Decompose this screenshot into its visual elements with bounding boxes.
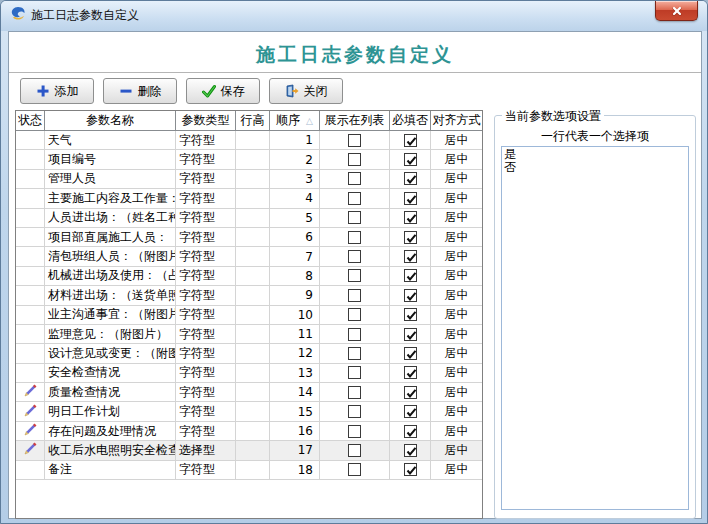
order-cell[interactable]: 3: [270, 170, 320, 189]
align-cell[interactable]: 居中: [431, 286, 483, 305]
checkbox-unchecked[interactable]: [348, 463, 361, 476]
table-row[interactable]: 主要施工内容及工作量：字符型4居中: [16, 189, 482, 208]
required-cell[interactable]: [390, 209, 431, 228]
checkbox-checked[interactable]: [404, 250, 417, 263]
required-cell[interactable]: [390, 461, 431, 480]
param-type-cell[interactable]: 字符型: [176, 228, 236, 247]
param-type-cell[interactable]: 字符型: [176, 150, 236, 169]
required-cell[interactable]: [390, 150, 431, 169]
order-cell[interactable]: 9: [270, 286, 320, 305]
param-name-cell[interactable]: 材料进出场：（送货单照: [45, 286, 176, 305]
checkbox-checked[interactable]: [404, 463, 417, 476]
required-cell[interactable]: [390, 189, 431, 208]
checkbox-checked[interactable]: [404, 134, 417, 147]
required-cell[interactable]: [390, 286, 431, 305]
order-cell[interactable]: 14: [270, 383, 320, 402]
param-type-cell[interactable]: 字符型: [176, 461, 236, 480]
table-row[interactable]: 项目编号字符型2居中: [16, 150, 482, 169]
param-type-cell[interactable]: 字符型: [176, 209, 236, 228]
param-name-cell[interactable]: 项目部直属施工人员：: [45, 228, 176, 247]
table-row[interactable]: 设计意见或变更：（附图字符型12居中: [16, 344, 482, 363]
show-in-list-cell[interactable]: [320, 364, 390, 383]
row-height-cell[interactable]: [236, 209, 270, 228]
param-type-cell[interactable]: 字符型: [176, 247, 236, 266]
order-cell[interactable]: 8: [270, 267, 320, 286]
order-cell[interactable]: 2: [270, 150, 320, 169]
checkbox-unchecked[interactable]: [348, 172, 361, 185]
table-row[interactable]: 清包班组人员：（附图片字符型7居中: [16, 247, 482, 266]
checkbox-checked[interactable]: [404, 211, 417, 224]
checkbox-checked[interactable]: [404, 308, 417, 321]
order-cell[interactable]: 11: [270, 325, 320, 344]
show-in-list-cell[interactable]: [320, 325, 390, 344]
order-cell[interactable]: 5: [270, 209, 320, 228]
checkbox-unchecked[interactable]: [348, 289, 361, 302]
show-in-list-cell[interactable]: [320, 189, 390, 208]
param-name-cell[interactable]: 主要施工内容及工作量：: [45, 189, 176, 208]
row-height-cell[interactable]: [236, 364, 270, 383]
align-cell[interactable]: 居中: [431, 189, 483, 208]
param-name-cell[interactable]: 存在问题及处理情况: [45, 422, 176, 441]
add-button[interactable]: 添加: [20, 78, 94, 104]
row-height-cell[interactable]: [236, 150, 270, 169]
show-in-list-cell[interactable]: [320, 306, 390, 325]
align-cell[interactable]: 居中: [431, 383, 483, 402]
align-cell[interactable]: 居中: [431, 170, 483, 189]
checkbox-checked[interactable]: [404, 366, 417, 379]
checkbox-unchecked[interactable]: [348, 386, 361, 399]
checkbox-unchecked[interactable]: [348, 211, 361, 224]
checkbox-checked[interactable]: [404, 192, 417, 205]
show-in-list-cell[interactable]: [320, 461, 390, 480]
checkbox-unchecked[interactable]: [348, 425, 361, 438]
show-in-list-cell[interactable]: [320, 209, 390, 228]
param-name-cell[interactable]: 人员进出场：（姓名工种: [45, 209, 176, 228]
align-cell[interactable]: 居中: [431, 441, 483, 460]
param-name-cell[interactable]: 天气: [45, 131, 176, 150]
order-cell[interactable]: 7: [270, 247, 320, 266]
table-row[interactable]: 监理意见：（附图片）字符型11居中: [16, 325, 482, 344]
row-height-cell[interactable]: [236, 402, 270, 421]
checkbox-checked[interactable]: [404, 269, 417, 282]
align-cell[interactable]: 居中: [431, 267, 483, 286]
param-name-cell[interactable]: 明日工作计划: [45, 402, 176, 421]
param-type-cell[interactable]: 字符型: [176, 402, 236, 421]
show-in-list-cell[interactable]: [320, 170, 390, 189]
titlebar[interactable]: 施工日志参数自定义: [1, 1, 707, 31]
checkbox-unchecked[interactable]: [348, 308, 361, 321]
table-row[interactable]: 天气字符型1居中: [16, 131, 482, 150]
order-cell[interactable]: 15: [270, 402, 320, 421]
table-row[interactable]: 管理人员字符型3居中: [16, 170, 482, 189]
order-cell[interactable]: 12: [270, 344, 320, 363]
row-height-cell[interactable]: [236, 383, 270, 402]
align-cell[interactable]: 居中: [431, 306, 483, 325]
column-header-4[interactable]: 行高: [236, 111, 270, 131]
required-cell[interactable]: [390, 325, 431, 344]
checkbox-checked[interactable]: [404, 328, 417, 341]
param-name-cell[interactable]: 项目编号: [45, 150, 176, 169]
param-type-cell[interactable]: 字符型: [176, 364, 236, 383]
param-type-cell[interactable]: 字符型: [176, 267, 236, 286]
checkbox-checked[interactable]: [404, 231, 417, 244]
checkbox-unchecked[interactable]: [348, 405, 361, 418]
align-cell[interactable]: 居中: [431, 247, 483, 266]
required-cell[interactable]: [390, 383, 431, 402]
align-cell[interactable]: 居中: [431, 422, 483, 441]
show-in-list-cell[interactable]: [320, 131, 390, 150]
required-cell[interactable]: [390, 228, 431, 247]
table-row[interactable]: 明日工作计划字符型15居中: [16, 402, 482, 421]
table-row[interactable]: 业主沟通事宜：（附图片字符型10居中: [16, 306, 482, 325]
order-cell[interactable]: 1: [270, 131, 320, 150]
align-cell[interactable]: 居中: [431, 344, 483, 363]
row-height-cell[interactable]: [236, 461, 270, 480]
close-window-button[interactable]: [655, 1, 698, 21]
table-row[interactable]: 安全检查情况字符型13居中: [16, 364, 482, 383]
align-cell[interactable]: 居中: [431, 325, 483, 344]
required-cell[interactable]: [390, 344, 431, 363]
align-cell[interactable]: 居中: [431, 209, 483, 228]
column-header-6[interactable]: 展示在列表: [320, 111, 390, 131]
checkbox-unchecked[interactable]: [348, 231, 361, 244]
param-name-cell[interactable]: 机械进出场及使用：（占: [45, 267, 176, 286]
order-cell[interactable]: 10: [270, 306, 320, 325]
show-in-list-cell[interactable]: [320, 267, 390, 286]
checkbox-unchecked[interactable]: [348, 134, 361, 147]
